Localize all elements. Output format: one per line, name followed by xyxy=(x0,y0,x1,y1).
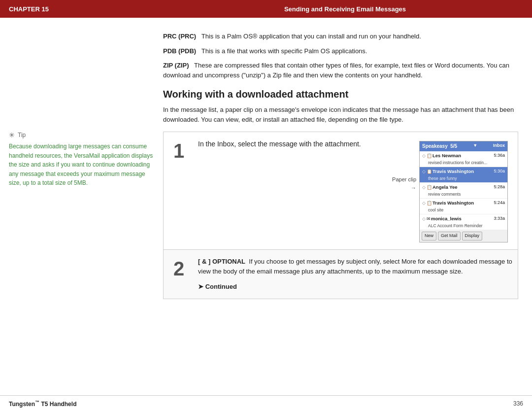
envelope-icon-2: 📋 xyxy=(427,169,432,174)
palm-row-2-name-line: ◇📋Travis Washington xyxy=(422,168,494,175)
palm-row-4-info: ◇📋Travis Washington cool site xyxy=(422,200,494,213)
section-intro: In the message list, a paper clip on a m… xyxy=(163,105,518,125)
step-2-content: [ & ] OPTIONAL If you choose to get mess… xyxy=(198,250,518,298)
palm-row-4: ◇📋Travis Washington cool site 5:24a xyxy=(420,199,507,214)
step-2-optional-block: [ & ] OPTIONAL If you choose to get mess… xyxy=(198,257,513,276)
page-footer: Tungsten™ T5 Handheld 336 xyxy=(0,395,532,411)
palm-row-5-time: 3:33a xyxy=(494,215,505,222)
paper-clip-label: Paper clip xyxy=(392,175,416,184)
step-2-text: [ & ] OPTIONAL If you choose to get mess… xyxy=(198,257,513,291)
palm-display-button[interactable]: Display xyxy=(462,232,483,240)
palm-header-left: Speakeasy xyxy=(422,143,448,149)
palm-row-4-time: 5:24a xyxy=(494,200,505,206)
palm-row-5-name-line: ◇✉monica_lewis xyxy=(422,215,494,223)
palm-row-1-name: Les Newman xyxy=(432,153,461,158)
chapter-label: CHAPTER 15 xyxy=(0,0,158,18)
step-1-main-text: In the Inbox, select the message with th… xyxy=(198,139,385,150)
def-prc-term: PRC (PRC) xyxy=(163,33,196,40)
def-pdb: PDB (PDB) This is a file that works with… xyxy=(163,46,518,56)
palm-row-1-info: ◇📋Les Newman revised instructions for cr… xyxy=(422,152,494,166)
palm-row-1: ◇📋Les Newman revised instructions for cr… xyxy=(420,151,507,167)
step-1: 1 In the Inbox, select the message with … xyxy=(164,132,518,250)
palm-row-2-info: ◇📋Travis Washington these are funny xyxy=(422,168,494,182)
def-zip-desc: These are compressed files that contain … xyxy=(163,62,509,79)
def-zip: ZIP (ZIP) These are compressed files tha… xyxy=(163,61,518,80)
palm-row-1-name-line: ◇📋Les Newman xyxy=(422,152,494,160)
palm-new-button[interactable]: New xyxy=(422,232,436,240)
palm-row-3-info: ◇📋Angela Yee review comments xyxy=(422,184,494,198)
palm-row-2-name: Travis Washington xyxy=(432,169,474,174)
diamond-icon-4: ◇ xyxy=(422,201,426,206)
section-heading: Working with a downloaded attachment xyxy=(163,89,518,100)
def-prc-desc: This is a Palm OS® application that you … xyxy=(201,33,421,40)
step-2-number: 2 xyxy=(164,250,198,287)
palm-inbox-label: Inbox xyxy=(493,142,505,150)
palm-folder-name: Speakeasy 5/5 xyxy=(422,142,457,150)
optional-tag: [ & ] OPTIONAL xyxy=(198,258,245,265)
page-header: CHAPTER 15 Sending and Receiving Email M… xyxy=(0,0,532,18)
palm-row-3-sub: review comments xyxy=(422,191,494,198)
step-2: 2 [ & ] OPTIONAL If you choose to get me… xyxy=(164,250,518,298)
footer-brand-name: Tungsten xyxy=(9,401,35,408)
footer-tm: ™ xyxy=(35,400,39,405)
optional-text: If you choose to get messages by subject… xyxy=(198,258,512,275)
diamond-icon-5: ◇ xyxy=(422,216,426,221)
palm-row-3: ◇📋Angela Yee review comments 5:28a xyxy=(420,183,507,199)
step-1-number: 1 xyxy=(164,132,198,170)
envelope-icon-4: 📋 xyxy=(427,201,432,206)
chapter-text: CHAPTER 15 xyxy=(9,5,49,13)
diamond-icon-3: ◇ xyxy=(422,185,426,190)
envelope-icon-1: 📋 xyxy=(427,153,432,158)
palm-row-5-info: ◇✉monica_lewis ALC Account Form Reminder xyxy=(422,215,494,229)
palm-row-4-name-line: ◇📋Travis Washington xyxy=(422,200,494,207)
palm-getmail-button[interactable]: Get Mail xyxy=(438,232,461,240)
palm-device-mockup: Speakeasy 5/5 ▼ Inbox ◇📋Les Ne xyxy=(419,141,508,242)
envelope-icon-5: ✉ xyxy=(427,216,431,221)
palm-row-5: ◇✉monica_lewis ALC Account Form Reminder… xyxy=(420,214,507,230)
palm-row-3-name: Angela Yee xyxy=(432,184,458,190)
header-title: Sending and Receiving Email Messages xyxy=(158,0,532,18)
content-area: PRC (PRC) This is a Palm OS® application… xyxy=(158,18,532,395)
palm-dropdown-icon: ▼ xyxy=(473,142,477,150)
palm-button-bar: New Get Mail Display xyxy=(420,230,507,242)
palm-row-2: ◇📋Travis Washington these are funny 5:30… xyxy=(420,167,507,183)
palm-row-2-sub: these are funny xyxy=(422,175,494,182)
palm-row-1-sub: revised instructions for creatin... xyxy=(422,160,494,166)
def-pdb-desc: This is a file that works with specific … xyxy=(201,47,367,55)
palm-header-count: 5/5 xyxy=(450,143,457,149)
palm-row-1-time: 5:36a xyxy=(494,152,505,159)
continued-arrow-icon: ➤ xyxy=(198,283,205,290)
tip-label: Tip xyxy=(18,132,26,138)
footer-brand: Tungsten™ T5 Handheld xyxy=(9,400,76,408)
def-prc: PRC (PRC) This is a Palm OS® application… xyxy=(163,32,518,41)
paper-clip-annotation: Paper clip → xyxy=(392,139,416,192)
palm-row-4-sub: cool site xyxy=(422,207,494,213)
step-1-text: In the Inbox, select the message with th… xyxy=(198,139,385,152)
palm-row-3-time: 5:28a xyxy=(494,184,505,191)
main-content: ✳ Tip Because downloading large messages… xyxy=(0,18,532,395)
step-1-content: In the Inbox, select the message with th… xyxy=(198,132,518,249)
palm-header: Speakeasy 5/5 ▼ Inbox xyxy=(420,141,507,151)
palm-row-3-name-line: ◇📋Angela Yee xyxy=(422,184,494,191)
envelope-icon-3: 📋 xyxy=(427,185,432,190)
steps-container: 1 In the Inbox, select the message with … xyxy=(163,132,518,299)
step-1-illustration: Paper clip → Speakeasy 5/5 ▼ xyxy=(392,139,513,242)
palm-row-2-time: 5:30a xyxy=(494,168,505,175)
continued-label: Continued xyxy=(205,283,237,290)
palm-row-4-name: Travis Washington xyxy=(432,200,474,206)
tip-text: Because downloading large messages can c… xyxy=(9,142,153,188)
def-zip-term: ZIP (ZIP) xyxy=(163,62,189,69)
header-title-text: Sending and Receiving Email Messages xyxy=(284,5,406,13)
footer-model: T5 Handheld xyxy=(41,401,76,408)
diamond-icon-1: ◇ xyxy=(422,153,426,158)
palm-row-5-name: monica_lewis xyxy=(431,216,462,221)
sidebar: ✳ Tip Because downloading large messages… xyxy=(0,18,158,395)
palm-row-5-sub: ALC Account Form Reminder xyxy=(422,223,494,229)
paper-clip-arrow-icon: → xyxy=(411,184,416,192)
tip-star-icon: ✳ xyxy=(9,131,15,139)
tip-section: ✳ Tip Because downloading large messages… xyxy=(9,131,153,188)
diamond-icon-2: ◇ xyxy=(422,169,426,174)
tip-header: ✳ Tip xyxy=(9,131,153,139)
continued-line: ➤ Continued xyxy=(198,282,513,292)
footer-page-number: 336 xyxy=(513,400,523,407)
